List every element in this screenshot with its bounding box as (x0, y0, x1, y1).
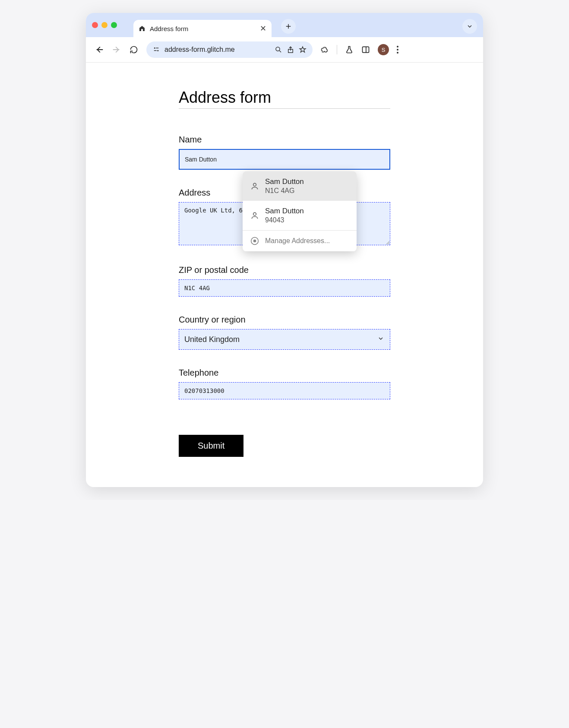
window-titlebar: Address form ✕ (86, 13, 483, 37)
extensions-icon[interactable] (320, 45, 329, 54)
svg-point-4 (276, 47, 280, 51)
window-controls (92, 22, 117, 28)
postal-field: ZIP or postal code (179, 265, 390, 297)
postal-input[interactable] (179, 279, 390, 297)
svg-rect-3 (154, 51, 157, 51)
svg-point-8 (253, 212, 256, 215)
country-select[interactable]: United Kingdom (179, 329, 390, 350)
forward-button[interactable] (112, 45, 121, 54)
form-content: Address form Name Address Google UK Ltd,… (179, 89, 390, 457)
autofill-suggestion[interactable]: Sam Dutton N1C 4AG (243, 171, 357, 201)
chrome-icon (250, 237, 259, 245)
autofill-suggestion[interactable]: Sam Dutton 94043 (243, 201, 357, 230)
svg-point-0 (154, 47, 155, 49)
new-tab-button[interactable] (281, 19, 296, 34)
person-icon (250, 182, 259, 190)
window-zoom-button[interactable] (111, 22, 117, 28)
country-label: Country or region (179, 315, 390, 325)
back-button[interactable] (95, 45, 104, 54)
window-minimize-button[interactable] (101, 22, 107, 28)
url-text: address-form.glitch.me (164, 46, 235, 54)
zoom-icon[interactable] (275, 46, 282, 54)
telephone-input[interactable] (179, 382, 390, 399)
name-label: Name (179, 135, 390, 145)
autofill-popup: Sam Dutton N1C 4AG Sam Dutton 94043 (243, 171, 357, 251)
telephone-field: Telephone (179, 368, 390, 399)
manage-addresses-link[interactable]: Manage Addresses... (243, 231, 357, 251)
manage-addresses-label: Manage Addresses... (265, 237, 330, 245)
country-field: Country or region United Kingdom (179, 315, 390, 350)
suggestion-name: Sam Dutton (265, 177, 304, 186)
name-field: Name (179, 135, 390, 170)
share-icon[interactable] (287, 46, 294, 54)
svg-point-7 (253, 183, 256, 186)
window-close-button[interactable] (92, 22, 98, 28)
side-panel-icon[interactable] (361, 45, 370, 54)
profile-avatar[interactable]: S (378, 44, 389, 55)
site-info-icon[interactable] (152, 46, 160, 54)
toolbar-separator (337, 45, 337, 54)
bookmark-star-icon[interactable] (299, 46, 307, 54)
postal-label: ZIP or postal code (179, 265, 390, 275)
person-icon (250, 211, 259, 220)
svg-point-2 (157, 50, 158, 51)
suggestion-sub: N1C 4AG (265, 187, 304, 195)
page-heading: Address form (179, 89, 390, 109)
telephone-label: Telephone (179, 368, 390, 378)
browser-tab[interactable]: Address form ✕ (133, 20, 272, 37)
page-viewport: Address form Name Address Google UK Ltd,… (86, 62, 483, 487)
browser-menu-button[interactable] (397, 46, 398, 54)
tab-close-button[interactable]: ✕ (260, 24, 266, 33)
svg-point-10 (253, 240, 256, 243)
name-input[interactable] (179, 149, 390, 170)
avatar-letter: S (382, 47, 386, 53)
submit-button[interactable]: Submit (179, 435, 243, 457)
address-bar[interactable]: address-form.glitch.me (146, 41, 313, 58)
tab-title: Address form (150, 25, 188, 32)
browser-toolbar: address-form.glitch.me S (86, 37, 483, 62)
browser-window: Address form ✕ address-form.glitch.me (86, 13, 483, 487)
svg-rect-1 (156, 48, 158, 49)
labs-icon[interactable] (345, 45, 354, 54)
suggestion-sub: 94043 (265, 216, 304, 224)
suggestion-name: Sam Dutton (265, 207, 304, 215)
tab-overflow-button[interactable] (462, 19, 477, 34)
reload-button[interactable] (129, 45, 139, 54)
tab-favicon-icon (139, 25, 145, 32)
